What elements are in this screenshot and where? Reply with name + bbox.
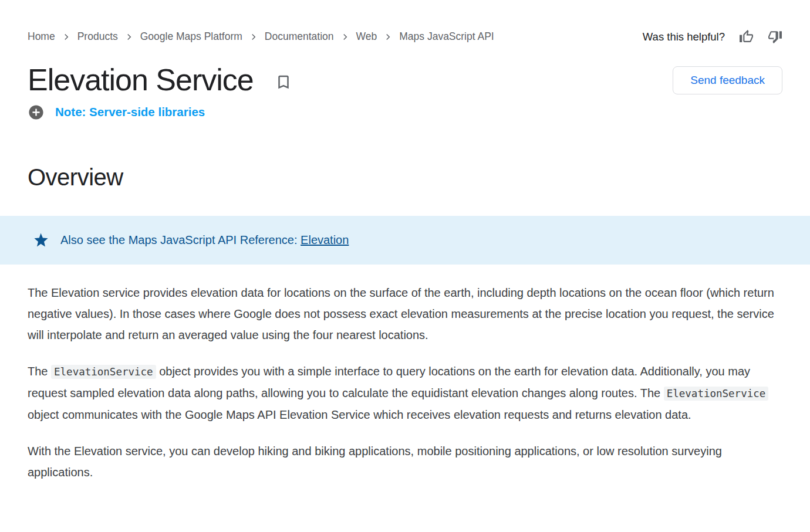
overview-heading: Overview [28,164,782,191]
title-row: Elevation Service Send feedback [28,64,782,96]
breadcrumb-item-home[interactable]: Home [28,31,55,43]
thumb-up-button[interactable] [739,29,754,44]
helpful-question: Was this helpful? [643,31,725,43]
doc-page: HomeProductsGoogle Maps PlatformDocument… [0,29,810,483]
top-bar: HomeProductsGoogle Maps PlatformDocument… [28,29,782,44]
elevation-reference-link[interactable]: Elevation [301,233,349,246]
star-icon [32,232,49,249]
chevron-right-icon [383,32,393,42]
breadcrumb-item-google-maps-platform[interactable]: Google Maps Platform [140,31,242,43]
note-expander: Note: Server-side libraries [28,104,782,121]
chevron-right-icon [340,32,350,42]
breadcrumb-item-maps-javascript-api[interactable]: Maps JavaScript API [399,31,494,43]
reference-callout: Also see the Maps JavaScript API Referen… [0,216,810,265]
inline-code: ElevationService [664,387,769,401]
thumb-down-icon [768,29,782,44]
breadcrumb-item-products[interactable]: Products [77,31,118,43]
breadcrumb-item-web[interactable]: Web [356,31,377,43]
paragraph: The Elevation service provides elevation… [28,282,782,345]
send-feedback-button[interactable]: Send feedback [673,66,782,94]
expand-note-control[interactable] [28,104,45,121]
breadcrumb-item-documentation[interactable]: Documentation [265,31,334,43]
thumb-down-button[interactable] [768,29,782,44]
callout-text: Also see the Maps JavaScript API Referen… [60,233,349,247]
paragraph: The ElevationService object provides you… [28,361,782,425]
bookmark-icon [275,73,292,91]
paragraph: With the Elevation service, you can deve… [28,440,782,483]
inline-code: ElevationService [51,365,156,379]
helpful-widget: Was this helpful? [643,29,782,44]
breadcrumb: HomeProductsGoogle Maps PlatformDocument… [28,31,494,43]
chevron-right-icon [124,32,134,42]
bookmark-button[interactable] [275,73,292,91]
callout-text-label: Also see the Maps JavaScript API Referen… [60,233,301,246]
add-circle-icon [28,104,45,121]
chevron-right-icon [248,32,259,42]
article-body: The Elevation service provides elevation… [28,282,782,483]
chevron-right-icon [61,32,72,42]
thumb-up-icon [739,29,754,44]
note-server-side-libraries-link[interactable]: Note: Server-side libraries [55,105,205,119]
page-title: Elevation Service [28,64,254,96]
